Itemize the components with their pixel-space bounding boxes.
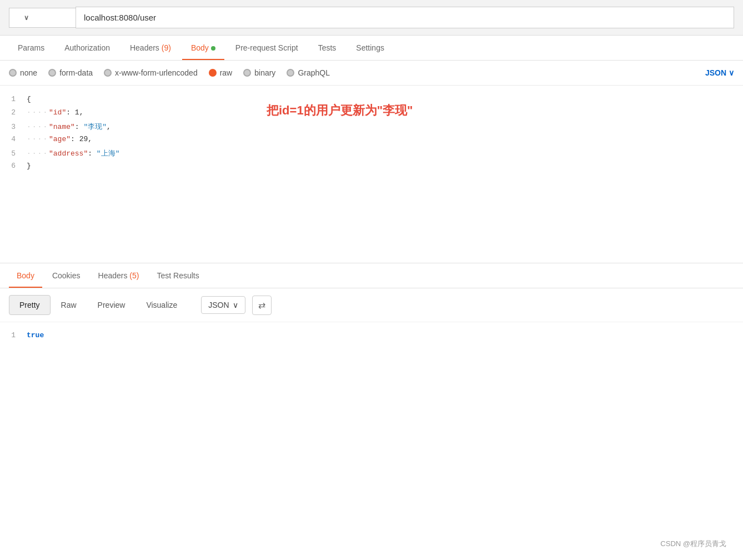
line-content: ····"name": "李现", bbox=[27, 122, 743, 132]
code-line-6: 6} bbox=[0, 161, 743, 174]
footer: CSDN @程序员青戈 bbox=[660, 539, 726, 549]
json-selector-label: JSON bbox=[705, 68, 726, 77]
tab-settings[interactable]: Settings bbox=[347, 36, 393, 60]
response-json-label: JSON bbox=[208, 301, 229, 309]
radio-circle-form-data bbox=[48, 69, 56, 77]
radio-circle-x-www-form-urlencoded bbox=[104, 69, 112, 77]
tab-body[interactable]: Body bbox=[182, 36, 224, 60]
line-number: 3 bbox=[0, 123, 27, 131]
json-selector-chevron: ∨ bbox=[729, 68, 734, 77]
radio-circle-none bbox=[9, 69, 17, 77]
radio-label-none: none bbox=[20, 68, 37, 77]
url-bar: ∨ bbox=[0, 0, 743, 36]
resp-value: true bbox=[27, 331, 44, 339]
body-types-row: noneform-datax-www-form-urlencodedrawbin… bbox=[0, 61, 743, 86]
resp-tab-badge-headers: (5) bbox=[129, 271, 139, 280]
method-chevron: ∨ bbox=[24, 14, 29, 22]
tab-badge-headers: (9) bbox=[162, 43, 171, 52]
response-body: 1true bbox=[0, 322, 743, 353]
line-number: 6 bbox=[0, 162, 27, 170]
annotation: 把id=1的用户更新为"李现" bbox=[267, 102, 413, 119]
line-content: ····"address": "上海" bbox=[27, 148, 743, 158]
radio-binary[interactable]: binary bbox=[243, 68, 275, 77]
method-selector[interactable]: ∨ bbox=[9, 8, 76, 28]
tab-dot-body bbox=[211, 46, 215, 51]
radio-circle-raw bbox=[209, 69, 217, 77]
code-editor[interactable]: 把id=1的用户更新为"李现" 1{2····"id": 1,3····"nam… bbox=[0, 86, 743, 263]
radio-circle-graphql bbox=[287, 69, 294, 77]
tab-tests[interactable]: Tests bbox=[309, 36, 345, 60]
radio-raw[interactable]: raw bbox=[209, 68, 233, 77]
view-btn-pretty[interactable]: Pretty bbox=[9, 295, 51, 315]
resp-line-number: 1 bbox=[0, 331, 27, 339]
code-line-5: 5····"address": "上海" bbox=[0, 148, 743, 161]
line-content: } bbox=[27, 162, 743, 170]
radio-circle-binary bbox=[243, 69, 251, 77]
response-section: BodyCookiesHeaders (5)Test Results Prett… bbox=[0, 263, 743, 353]
line-number: 4 bbox=[0, 135, 27, 143]
wrap-button[interactable]: ⇄ bbox=[252, 296, 272, 315]
response-tab-cookies[interactable]: Cookies bbox=[44, 263, 88, 288]
tab-pre-request[interactable]: Pre-request Script bbox=[227, 36, 307, 60]
radio-label-binary: binary bbox=[254, 68, 275, 77]
tab-headers[interactable]: Headers (9) bbox=[121, 36, 180, 60]
tab-authorization[interactable]: Authorization bbox=[56, 36, 119, 60]
radio-none[interactable]: none bbox=[9, 68, 37, 77]
radio-label-graphql: GraphQL bbox=[298, 68, 330, 77]
json-type-selector[interactable]: JSON ∨ bbox=[705, 68, 734, 77]
response-tab-body[interactable]: Body bbox=[9, 263, 42, 288]
code-line-4: 4····"age": 29, bbox=[0, 134, 743, 148]
view-row: PrettyRawPreviewVisualizeJSON ∨⇄ bbox=[0, 288, 743, 322]
radio-label-form-data: form-data bbox=[59, 68, 93, 77]
request-tabs: ParamsAuthorizationHeaders (9)BodyPre-re… bbox=[0, 36, 743, 61]
response-json-selector[interactable]: JSON ∨ bbox=[201, 296, 245, 314]
response-line-1: 1true bbox=[0, 331, 743, 344]
line-number: 2 bbox=[0, 108, 27, 117]
view-btn-preview[interactable]: Preview bbox=[87, 295, 136, 315]
line-number: 5 bbox=[0, 149, 27, 158]
radio-label-raw: raw bbox=[220, 68, 233, 77]
response-json-chevron: ∨ bbox=[233, 301, 238, 309]
tab-params[interactable]: Params bbox=[9, 36, 53, 60]
view-btn-raw[interactable]: Raw bbox=[51, 295, 87, 315]
response-tab-test-results[interactable]: Test Results bbox=[149, 263, 207, 288]
line-number: 1 bbox=[0, 95, 27, 103]
radio-label-x-www-form-urlencoded: x-www-form-urlencoded bbox=[115, 68, 198, 77]
radio-form-data[interactable]: form-data bbox=[48, 68, 93, 77]
response-tabs: BodyCookiesHeaders (5)Test Results bbox=[0, 263, 743, 288]
view-btn-visualize[interactable]: Visualize bbox=[135, 295, 188, 315]
code-line-3: 3····"name": "李现", bbox=[0, 121, 743, 134]
line-content: ····"age": 29, bbox=[27, 135, 743, 143]
response-tab-headers[interactable]: Headers (5) bbox=[91, 263, 147, 288]
url-input[interactable] bbox=[76, 7, 734, 28]
radio-x-www-form-urlencoded[interactable]: x-www-form-urlencoded bbox=[104, 68, 198, 77]
radio-graphql[interactable]: GraphQL bbox=[287, 68, 330, 77]
